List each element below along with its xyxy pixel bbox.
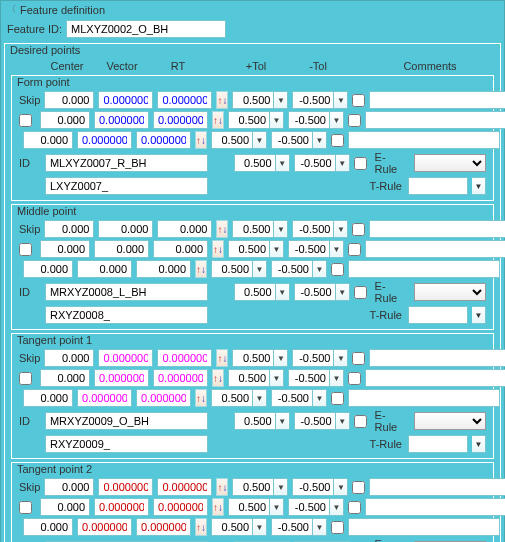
vector-input[interactable]: [98, 91, 153, 109]
skip-checkbox[interactable]: [19, 243, 32, 256]
id-ptol-dropdown-icon[interactable]: ▼: [276, 412, 290, 430]
ptol-input[interactable]: [232, 91, 274, 109]
ptol-dropdown-icon[interactable]: ▼: [253, 389, 267, 407]
id-ptol-input[interactable]: [234, 412, 276, 430]
comment-input[interactable]: [365, 111, 505, 129]
vector-input[interactable]: [98, 478, 153, 496]
skip-checkbox[interactable]: [19, 372, 32, 385]
comment-input[interactable]: [365, 369, 505, 387]
row-checkbox[interactable]: [331, 263, 344, 276]
skip-checkbox[interactable]: [19, 114, 32, 127]
rt-input[interactable]: [157, 349, 212, 367]
swap-icon[interactable]: ↑↓: [195, 260, 207, 278]
swap-icon[interactable]: ↑↓: [212, 240, 224, 258]
comment-input[interactable]: [348, 389, 500, 407]
row-checkbox[interactable]: [348, 372, 361, 385]
trule-input[interactable]: [408, 177, 468, 195]
comment-input[interactable]: [369, 220, 505, 238]
ptol-input[interactable]: [228, 498, 270, 516]
rt-input[interactable]: [153, 369, 208, 387]
mtol-input[interactable]: [271, 131, 313, 149]
rt-input[interactable]: [153, 240, 208, 258]
mtol-input[interactable]: [271, 389, 313, 407]
swap-icon[interactable]: ↑↓: [212, 369, 224, 387]
swap-icon[interactable]: ↑↓: [216, 478, 228, 496]
mtol-input[interactable]: [292, 220, 334, 238]
vector-input[interactable]: [94, 369, 149, 387]
center-input[interactable]: [40, 498, 90, 516]
center-input[interactable]: [23, 518, 73, 536]
ptol-input[interactable]: [211, 260, 253, 278]
mtol-input[interactable]: [288, 369, 330, 387]
comment-input[interactable]: [365, 498, 505, 516]
mtol-dropdown-icon[interactable]: ▼: [313, 260, 327, 278]
rt-input[interactable]: [136, 131, 191, 149]
panel-header[interactable]: 〈 Feature definition: [1, 1, 504, 18]
rt-input[interactable]: [136, 260, 191, 278]
id-ptol-input[interactable]: [234, 154, 276, 172]
comment-input[interactable]: [348, 518, 500, 536]
id-ptol-input[interactable]: [234, 283, 276, 301]
point-id-input[interactable]: [45, 154, 208, 172]
mtol-input[interactable]: [271, 260, 313, 278]
row-checkbox[interactable]: [331, 521, 344, 534]
swap-icon[interactable]: ↑↓: [216, 91, 228, 109]
ptol-dropdown-icon[interactable]: ▼: [270, 498, 284, 516]
mtol-dropdown-icon[interactable]: ▼: [330, 111, 344, 129]
swap-icon[interactable]: ↑↓: [212, 111, 224, 129]
vector-input[interactable]: [77, 131, 132, 149]
comment-input[interactable]: [369, 349, 505, 367]
swap-icon[interactable]: ↑↓: [195, 131, 207, 149]
vector-input[interactable]: [98, 349, 153, 367]
point-id-input[interactable]: [45, 412, 208, 430]
center-input[interactable]: [23, 131, 73, 149]
center-input[interactable]: [40, 240, 90, 258]
mtol-dropdown-icon[interactable]: ▼: [334, 220, 348, 238]
rt-input[interactable]: [153, 111, 208, 129]
swap-icon[interactable]: ↑↓: [195, 518, 207, 536]
comment-input[interactable]: [369, 91, 505, 109]
mtol-dropdown-icon[interactable]: ▼: [334, 349, 348, 367]
mtol-dropdown-icon[interactable]: ▼: [330, 369, 344, 387]
ptol-dropdown-icon[interactable]: ▼: [270, 369, 284, 387]
id-mtol-dropdown-icon[interactable]: ▼: [336, 154, 350, 172]
ptol-dropdown-icon[interactable]: ▼: [274, 478, 288, 496]
mtol-dropdown-icon[interactable]: ▼: [330, 498, 344, 516]
ptol-input[interactable]: [232, 349, 274, 367]
row-checkbox[interactable]: [331, 134, 344, 147]
center-input[interactable]: [44, 91, 94, 109]
ptol-input[interactable]: [232, 220, 274, 238]
mtol-dropdown-icon[interactable]: ▼: [334, 91, 348, 109]
id-mtol-input[interactable]: [294, 154, 336, 172]
id-ptol-dropdown-icon[interactable]: ▼: [276, 283, 290, 301]
comment-input[interactable]: [365, 240, 505, 258]
ptol-dropdown-icon[interactable]: ▼: [253, 518, 267, 536]
rt-input[interactable]: [153, 498, 208, 516]
row-checkbox[interactable]: [352, 94, 365, 107]
trule-input[interactable]: [408, 435, 468, 453]
comment-input[interactable]: [348, 131, 500, 149]
id-checkbox[interactable]: [354, 415, 367, 428]
erule-select[interactable]: [414, 412, 486, 430]
rt-input[interactable]: [157, 91, 212, 109]
point-id-input[interactable]: [45, 283, 208, 301]
skip-checkbox[interactable]: [19, 501, 32, 514]
mtol-input[interactable]: [271, 518, 313, 536]
vector-input[interactable]: [77, 518, 132, 536]
trule-input[interactable]: [408, 306, 468, 324]
id-checkbox[interactable]: [354, 157, 367, 170]
ptol-dropdown-icon[interactable]: ▼: [270, 240, 284, 258]
mtol-input[interactable]: [288, 111, 330, 129]
row-checkbox[interactable]: [348, 243, 361, 256]
mtol-input[interactable]: [288, 498, 330, 516]
center-input[interactable]: [44, 349, 94, 367]
mtol-dropdown-icon[interactable]: ▼: [313, 389, 327, 407]
id-mtol-input[interactable]: [294, 412, 336, 430]
mtol-dropdown-icon[interactable]: ▼: [330, 240, 344, 258]
comment-input[interactable]: [369, 478, 505, 496]
row-checkbox[interactable]: [352, 481, 365, 494]
trule-dropdown-icon[interactable]: ▼: [472, 435, 486, 453]
vector-input[interactable]: [77, 260, 132, 278]
erule-select[interactable]: [414, 154, 486, 172]
erule-select[interactable]: [414, 283, 486, 301]
